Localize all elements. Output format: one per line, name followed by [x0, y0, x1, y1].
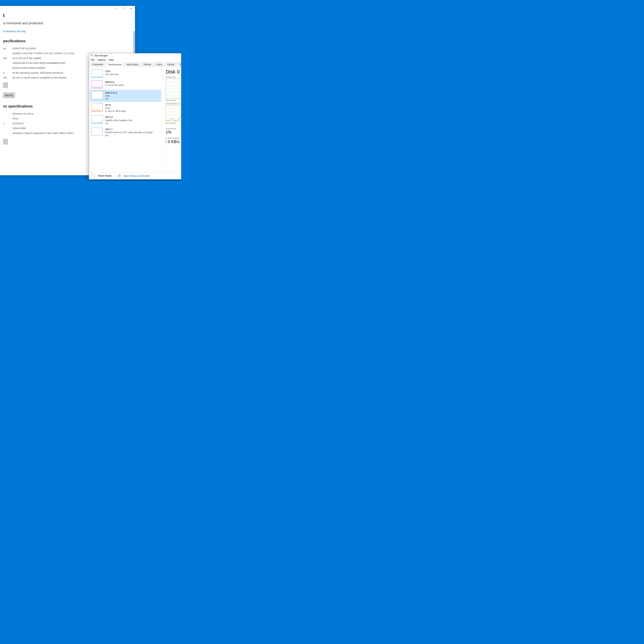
- page-title: t: [3, 13, 135, 18]
- gpu1-name: GPU 1: [105, 128, 153, 131]
- tab-details[interactable]: Details: [165, 62, 177, 66]
- task-manager-footer: ˄ Fewer details | Open Resource Monitor: [89, 172, 181, 179]
- task-manager-icon: [90, 54, 93, 57]
- tab-processes[interactable]: Processes: [90, 62, 105, 66]
- tab-services[interactable]: Services: [177, 62, 181, 66]
- gpu0-usage: 1%: [105, 122, 132, 125]
- resource-list: CPU 2% 1.80 GHz Memory 3.7/15.8 GB (23%)…: [89, 67, 162, 172]
- chevron-up-icon[interactable]: ˄: [91, 174, 95, 178]
- wifi-speed: S: 48.0 R: 96.0 Kbps: [105, 110, 126, 113]
- experience-pack-value: Windows Feature Experience Pack 1000.190…: [12, 132, 74, 135]
- build-value: 19045.3996: [12, 127, 26, 130]
- maximize-button[interactable]: ☐: [120, 6, 127, 11]
- chart-transfer-label: Disk transfer rat: [166, 102, 181, 105]
- memory-name: Memory: [105, 80, 124, 84]
- disk-thumb: [91, 91, 103, 99]
- installed-on-value: 4/15/2022: [12, 122, 24, 125]
- chart-active-time: [166, 79, 181, 98]
- disk-type: SSD: [105, 94, 117, 97]
- cpu-name: CPU: [105, 70, 119, 73]
- wifi-adapter: Wi-Fi: [105, 107, 126, 110]
- metric-active-time-value: 1%: [166, 130, 181, 135]
- product-id-value: 00325-81283-50663-AAOEM: [12, 66, 45, 69]
- resource-monitor-icon: [118, 174, 121, 177]
- memory-thumb: [91, 80, 103, 88]
- memory-detail: 3.7/15.8 GB (23%): [105, 84, 124, 87]
- tab-users[interactable]: Users: [154, 62, 165, 66]
- chart-60-seconds-2: 60 seconds: [166, 122, 181, 124]
- resource-memory[interactable]: Memory 3.7/15.8 GB (23%): [90, 79, 161, 90]
- chart-60-seconds-1: 60 seconds: [166, 99, 181, 101]
- installed-on-label: n: [3, 122, 12, 125]
- gpu1-usage: 0%: [105, 134, 153, 137]
- version-value: 22H2: [12, 117, 18, 120]
- task-manager-titlebar[interactable]: Task Manager: [89, 53, 181, 58]
- disk-detail-panel: Disk 0 Active time Percentage processing…: [162, 67, 181, 172]
- menu-file[interactable]: File: [91, 59, 95, 61]
- gpu0-name: GPU 0: [105, 115, 132, 119]
- tab-app-history[interactable]: App history: [125, 62, 141, 66]
- device-name-label: ne: [3, 47, 12, 50]
- menu-view[interactable]: View: [109, 59, 114, 61]
- chart-active-time-label: Active time: [166, 76, 181, 78]
- copy-button-2[interactable]: [3, 139, 8, 145]
- ram-value: 16.0 GB (15.8 GB usable): [12, 57, 41, 60]
- resource-gpu-1[interactable]: GPU 1 NVIDIA GeForce GTX 1060 with Max-Q…: [90, 126, 161, 139]
- minimize-button[interactable]: ─: [112, 6, 120, 11]
- cpu-thumb: [91, 70, 103, 78]
- menu-options[interactable]: Options: [98, 59, 106, 61]
- resource-cpu[interactable]: CPU 2% 1.80 GHz: [90, 68, 161, 79]
- gpu0-model: Intel(R) UHD Graphics 630: [105, 119, 132, 122]
- close-button[interactable]: ✕: [127, 6, 135, 11]
- resource-gpu-0[interactable]: GPU 0 Intel(R) UHD Graphics 630 1%: [90, 114, 161, 126]
- gpu1-model: NVIDIA GeForce GTX 1060 with Max-Q Desig…: [105, 131, 153, 134]
- task-manager-title: Task Manager: [94, 54, 108, 57]
- touch-label: uch: [3, 76, 12, 79]
- device-spec-heading: pecifications: [3, 39, 135, 43]
- tab-performance[interactable]: Performance: [106, 62, 124, 67]
- svg-line-2: [119, 175, 120, 176]
- disk-name: Disk 0 (C:): [105, 91, 117, 94]
- tab-strip: Processes Performance App history Startu…: [89, 62, 181, 67]
- menu-bar: File Options View: [89, 58, 181, 62]
- fewer-details-link[interactable]: Fewer details: [98, 174, 112, 177]
- resource-wifi[interactable]: Wi-Fi Wi-Fi S: 48.0 R: 96.0 Kbps: [90, 102, 161, 114]
- resource-disk-0[interactable]: Disk 0 (C:) SSD 1%: [90, 90, 161, 102]
- windows-security-link[interactable]: in Windows Security: [3, 30, 26, 33]
- titlebar-controls: ─ ☐ ✕: [112, 6, 135, 11]
- device-id-value: CB964C5B-FC4D-4552-B50D-9A84BBE9C8BF: [12, 62, 66, 64]
- gpu0-thumb: [91, 115, 103, 123]
- open-resource-monitor-link[interactable]: Open Resource Monitor: [123, 174, 150, 177]
- disk-panel-title: Disk 0: [166, 69, 181, 75]
- edition-value: Windows 10 Home: [12, 112, 34, 115]
- metric-read-speed-value: 0 KB/s: [168, 139, 181, 144]
- disk-usage: 1%: [105, 97, 117, 100]
- system-type-label: e: [3, 71, 12, 74]
- device-name-value: DESKTOP-5LQ30D9: [12, 47, 36, 50]
- protection-status: is monitored and protected.: [3, 21, 135, 25]
- wifi-thumb: [91, 103, 103, 111]
- touch-value: No pen or touch input is available for t…: [12, 76, 66, 79]
- metric-read-speed-label: Read speed: [168, 137, 181, 139]
- footer-divider: |: [114, 174, 115, 177]
- cpu-detail: 2% 1.80 GHz: [105, 73, 119, 76]
- chart-transfer-rate: [166, 105, 181, 121]
- metric-active-time-label: Active time: [166, 127, 181, 130]
- processor-value: Intel(R) Core(TM) i7-8750H CPU @ 2.20GHz…: [12, 52, 74, 55]
- rename-pc-button[interactable]: this PC: [3, 92, 15, 98]
- system-type-value: 64-bit operating system, x64-based proce…: [12, 71, 63, 74]
- tab-startup[interactable]: Startup: [141, 62, 153, 66]
- wifi-name: Wi-Fi: [105, 103, 126, 107]
- copy-button[interactable]: [3, 82, 8, 88]
- ram-label: AM: [3, 57, 12, 60]
- gpu1-thumb: [91, 128, 103, 136]
- task-manager-window: Task Manager File Options View Processes…: [89, 53, 181, 179]
